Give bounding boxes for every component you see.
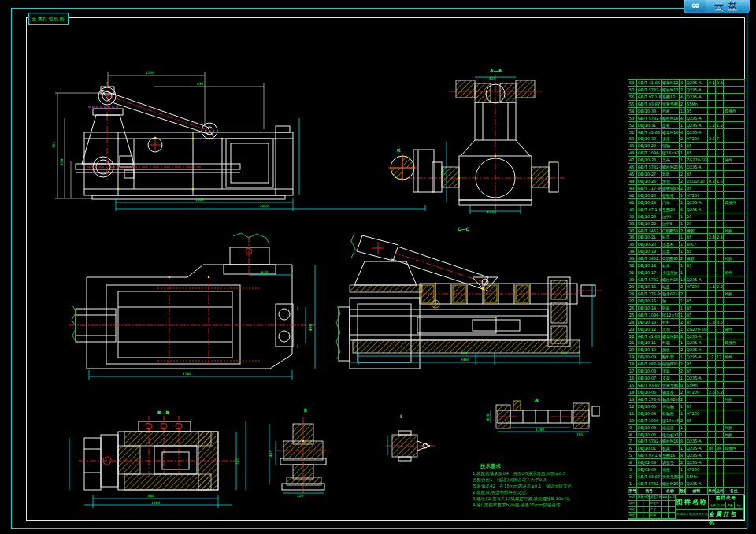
cell: GB/T 276-89 (637, 396, 662, 403)
cell: 弹簧垫圈20 (662, 473, 680, 480)
cell (724, 459, 745, 466)
cell (724, 466, 745, 473)
dim-label: Φ220 (487, 210, 495, 214)
cell (643, 507, 650, 514)
cell: 41 (628, 199, 637, 206)
cell (724, 213, 745, 221)
cell: 65Mn (686, 382, 708, 389)
cell: DBJ10-12 (637, 326, 662, 333)
cell (686, 432, 708, 439)
cell: 滑块 (662, 178, 680, 185)
cell: 47 (628, 157, 637, 164)
cell: 26 (628, 305, 637, 312)
cell (716, 164, 724, 171)
cell: 44 (628, 178, 637, 185)
cell: 导轨 (662, 171, 680, 178)
cell (708, 228, 716, 235)
cell (716, 425, 724, 432)
cell (724, 284, 745, 291)
cell (708, 269, 716, 276)
cell: GB/T 93-87 (637, 382, 662, 389)
cell: Q235-A (686, 164, 708, 171)
view-label: A (535, 397, 539, 402)
cell: 1 (680, 199, 686, 206)
cell: 各配合面1、(偏差)间隙误差不大于0.3, (472, 477, 626, 483)
dim-label: 165 (576, 432, 583, 436)
technical-notes: 技术要求 1.装配前轴承及O4、各面O5涂润滑脂,间隙≤0.5各配合面1、(偏差… (472, 463, 626, 508)
cell: 21 (628, 339, 637, 347)
title-block-right: 图样代号 比例 1:10 质量 kg 共 张 第 张 金属打包机 (709, 495, 743, 519)
cloud-logo-label: 云盘 (706, 0, 750, 13)
cell: 3.螺栓12,按有关13级规定拧紧,紧固螺栓B-10x40, (472, 495, 626, 502)
cell (669, 513, 676, 519)
cell (716, 108, 724, 115)
cell: 8 (680, 333, 686, 340)
cell: 活塞 (662, 248, 680, 255)
dim-label: 1780 (183, 372, 191, 376)
cell: DBJ10-33 (637, 108, 662, 115)
cell (708, 164, 716, 171)
cell: 56 (628, 94, 637, 101)
cell: 外购 (724, 291, 745, 298)
cell (708, 298, 716, 305)
cell: 23 (628, 326, 637, 333)
cell (716, 291, 724, 298)
cell: 45 (628, 171, 637, 178)
cloud-drive-logo[interactable]: ∞ 云盘 (684, 0, 750, 13)
cell: 2 (680, 284, 686, 291)
cell: 2.装配后,各运动部件应灵活; (472, 489, 626, 495)
cell: 1 (680, 339, 686, 347)
cell: 处数 (637, 495, 643, 501)
title-block: 标记处数分区更改文件号签名年月日设计标准化审核工艺批准日期 图样名称 机械设计制… (628, 494, 744, 520)
cell: 外购 (724, 396, 745, 403)
cell: 标准化 (650, 501, 662, 507)
cell: 1 (680, 122, 686, 129)
cell: ZG270-500 (686, 326, 708, 333)
cell (643, 513, 650, 519)
cell: GB/T 5782-86 (637, 164, 662, 171)
cell: 45 (686, 403, 708, 410)
cell (724, 248, 745, 255)
cell (708, 199, 716, 206)
cell: Q235-A (686, 375, 708, 382)
cell: 45 (686, 150, 708, 157)
cell: 2 (680, 171, 686, 178)
cell: 18 (628, 361, 637, 368)
cell: 垫圈20 (662, 206, 680, 213)
cell (716, 248, 724, 255)
cell (637, 513, 643, 519)
cell: DBJ10-30 (637, 135, 662, 143)
cell: 1 (680, 312, 686, 319)
cell (708, 87, 716, 94)
dim-label: 1250 (146, 71, 154, 75)
cell: 铸件 (724, 157, 745, 164)
cell: 20 (628, 347, 637, 354)
cell: 1.6 (716, 178, 724, 185)
cell: 52 (628, 122, 637, 129)
cell: 2 (680, 417, 686, 425)
cell (724, 410, 745, 417)
cell (716, 347, 724, 354)
cell: DBJ10-07 (637, 375, 662, 382)
cell: 28 (628, 291, 637, 298)
cell: 2 (628, 473, 637, 480)
cell (716, 262, 724, 269)
cell: DBJ10-21 (637, 234, 662, 241)
cell: 外购 (724, 255, 745, 262)
cell (724, 438, 745, 445)
cell (716, 410, 724, 417)
cell: 铰链座 (662, 192, 680, 199)
cell: 31 (628, 269, 637, 276)
cell (708, 157, 716, 164)
cell: 键12×50 (662, 312, 680, 319)
cell: DBJ10-08 (637, 368, 662, 375)
cell: 轴承6208 (662, 396, 680, 403)
cell: 8 (680, 438, 686, 445)
infinity-logo-icon: ∞ (685, 0, 706, 12)
cell: 3.5 (708, 135, 716, 143)
cell: GB/T 41-86 (637, 333, 662, 340)
cell: 1.2 (716, 122, 724, 129)
cell (686, 291, 708, 298)
cell: 86 (708, 445, 716, 452)
cell: ZCuSn10 (686, 178, 708, 185)
